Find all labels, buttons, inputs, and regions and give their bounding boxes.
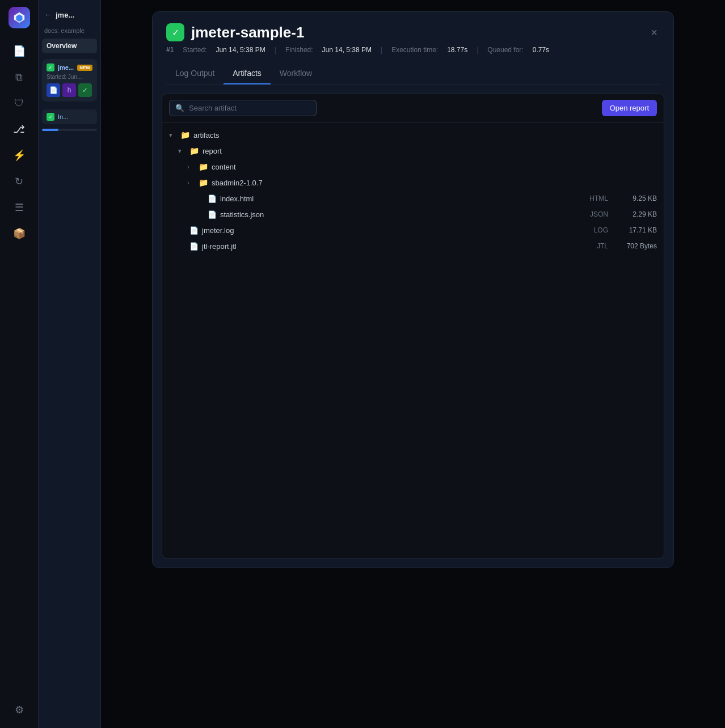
folder-icon-report: 📁 bbox=[189, 146, 199, 155]
modal-tabs: Log Output Artifacts Workflow bbox=[166, 63, 660, 84]
settings-icon[interactable]: ⚙ bbox=[8, 699, 31, 721]
tree-size-statistics: 2.29 KB bbox=[617, 210, 657, 218]
progress-fill bbox=[42, 129, 58, 131]
run-icon-h: h bbox=[62, 83, 76, 97]
tree-name-statistics: statistics.json bbox=[220, 210, 585, 219]
bolt-icon[interactable]: ⚡ bbox=[8, 144, 31, 167]
tree-item-artifacts[interactable]: ▾ 📁 artifacts bbox=[162, 127, 664, 143]
sync-icon[interactable]: ↻ bbox=[8, 170, 31, 193]
tree-item-jmeter-log[interactable]: 📄 jmeter.log LOG 17.71 KB bbox=[162, 222, 664, 238]
run-name: jme... bbox=[58, 64, 74, 71]
chevron-artifacts: ▾ bbox=[169, 132, 178, 139]
tab-log-output[interactable]: Log Output bbox=[166, 63, 224, 84]
folder-icon: 📁 bbox=[180, 130, 190, 139]
document-icon[interactable]: 📄 bbox=[8, 40, 31, 62]
tree-name-jmeter: jmeter.log bbox=[202, 226, 585, 235]
tree-size-jtl: 702 Bytes bbox=[617, 242, 657, 250]
sidebar-nav: 📄 ⧉ 🛡 ⎇ ⚡ ↻ ☰ 📦 bbox=[8, 40, 31, 699]
run-item[interactable]: In... bbox=[42, 109, 97, 124]
artifacts-toolbar: 🔍 Open report bbox=[162, 94, 664, 122]
tree-name-index: index.html bbox=[220, 194, 585, 203]
sidebar-logo[interactable] bbox=[9, 7, 30, 28]
chevron-report: ▾ bbox=[178, 147, 187, 155]
file-icon-index: 📄 bbox=[208, 194, 217, 203]
panel-tabs: Overview bbox=[39, 39, 100, 53]
finished-value: Jun 14, 5:38 PM bbox=[322, 46, 372, 54]
tab-workflow[interactable]: Workflow bbox=[271, 63, 321, 84]
tree-name-report: report bbox=[203, 147, 585, 155]
modal-status-icon: ✓ bbox=[166, 23, 184, 41]
tree-type-jtl: JTL bbox=[585, 242, 608, 250]
run-item-status bbox=[47, 113, 54, 121]
left-panel: ← jme... docs: example Overview jme... N… bbox=[39, 0, 101, 728]
run-number: #1 bbox=[166, 46, 174, 54]
search-icon: 🔍 bbox=[175, 104, 184, 112]
panel-title: jme... bbox=[56, 11, 74, 19]
sidebar: 📄 ⧉ 🛡 ⎇ ⚡ ↻ ☰ 📦 ⚙ bbox=[0, 0, 39, 728]
run-item-label: In... bbox=[58, 113, 68, 120]
file-icon-jtl: 📄 bbox=[189, 242, 199, 251]
modal-overlay: ✓ jmeter-sample-1 × #1 Started: Jun 14, … bbox=[101, 0, 725, 728]
execution-value: 18.77s bbox=[447, 46, 467, 54]
run-started: Started: Jun... bbox=[47, 74, 92, 80]
modal-title-left: ✓ jmeter-sample-1 bbox=[166, 23, 304, 41]
pipeline-run-card[interactable]: jme... NEW Started: Jun... 📄 h ✓ bbox=[42, 59, 97, 101]
open-report-button[interactable]: Open report bbox=[602, 100, 657, 116]
branch-icon[interactable]: ⎇ bbox=[8, 118, 31, 141]
main-content: ✓ jmeter-sample-1 × #1 Started: Jun 14, … bbox=[101, 0, 725, 728]
run-icon-check: ✓ bbox=[78, 83, 92, 97]
chevron-content: › bbox=[187, 163, 196, 170]
execution-label: Execution time: bbox=[391, 46, 438, 54]
search-box[interactable]: 🔍 bbox=[169, 100, 317, 116]
folder-icon-content: 📁 bbox=[199, 162, 208, 171]
tree-item-content[interactable]: › 📁 content bbox=[162, 159, 664, 175]
queued-label: Queued for: bbox=[487, 46, 523, 54]
progress-bar bbox=[42, 129, 97, 131]
close-button[interactable]: × bbox=[648, 24, 660, 41]
tree-item-index-html[interactable]: 📄 index.html HTML 9.25 KB bbox=[162, 191, 664, 206]
run-status-icon bbox=[47, 64, 54, 71]
folder-icon-sbadmin: 📁 bbox=[199, 178, 208, 187]
tree-type-statistics: JSON bbox=[585, 210, 608, 218]
tree-item-statistics[interactable]: 📄 statistics.json JSON 2.29 KB bbox=[162, 206, 664, 222]
overview-tab[interactable]: Overview bbox=[42, 39, 97, 53]
back-button[interactable]: ← bbox=[44, 10, 52, 19]
started-label: Started: bbox=[183, 46, 206, 54]
tree-item-report[interactable]: ▾ 📁 report bbox=[162, 143, 664, 159]
tree-type-index: HTML bbox=[585, 194, 608, 202]
modal-body: 🔍 Open report ▾ 📁 artifacts bbox=[153, 84, 673, 568]
shield-icon[interactable]: 🛡 bbox=[8, 92, 31, 115]
panel-header: ← jme... bbox=[39, 7, 100, 23]
box-icon[interactable]: 📦 bbox=[8, 222, 31, 245]
modal-meta: #1 Started: Jun 14, 5:38 PM | Finished: … bbox=[166, 46, 660, 54]
finished-label: Finished: bbox=[285, 46, 313, 54]
tree-size-jmeter: 17.71 KB bbox=[617, 226, 657, 234]
docs-tag: docs: example bbox=[39, 27, 100, 34]
file-tree: ▾ 📁 artifacts ▾ 📁 report bbox=[162, 122, 664, 259]
tree-name-content: content bbox=[212, 163, 585, 171]
artifacts-panel: 🔍 Open report ▾ 📁 artifacts bbox=[162, 94, 664, 558]
tree-size-index: 9.25 KB bbox=[617, 194, 657, 202]
run-icon-doc: 📄 bbox=[47, 83, 60, 97]
queued-value: 0.77s bbox=[533, 46, 549, 54]
tree-name-artifacts: artifacts bbox=[193, 131, 585, 139]
run-icons: 📄 h ✓ bbox=[47, 83, 92, 97]
new-badge: NEW bbox=[77, 65, 92, 71]
chevron-sbadmin: › bbox=[187, 179, 196, 186]
tree-item-jtl-report[interactable]: 📄 jtl-report.jtl JTL 702 Bytes bbox=[162, 238, 664, 254]
modal: ✓ jmeter-sample-1 × #1 Started: Jun 14, … bbox=[152, 11, 674, 568]
tree-name-sbadmin: sbadmin2-1.0.7 bbox=[212, 179, 585, 187]
started-value: Jun 14, 5:38 PM bbox=[216, 46, 265, 54]
list-icon[interactable]: ☰ bbox=[8, 196, 31, 219]
search-input[interactable] bbox=[189, 104, 310, 112]
tree-item-sbadmin[interactable]: › 📁 sbadmin2-1.0.7 bbox=[162, 175, 664, 191]
file-icon-statistics: 📄 bbox=[208, 210, 217, 219]
modal-title-row: ✓ jmeter-sample-1 × bbox=[166, 23, 660, 41]
tab-artifacts[interactable]: Artifacts bbox=[224, 63, 271, 84]
pipeline-run-header: jme... NEW bbox=[47, 64, 92, 71]
file-icon-jmeter: 📄 bbox=[189, 226, 199, 235]
copy-icon[interactable]: ⧉ bbox=[8, 66, 31, 88]
modal-title: jmeter-sample-1 bbox=[191, 24, 304, 41]
modal-header: ✓ jmeter-sample-1 × #1 Started: Jun 14, … bbox=[153, 12, 673, 84]
sidebar-bottom: ⚙ bbox=[8, 699, 31, 721]
